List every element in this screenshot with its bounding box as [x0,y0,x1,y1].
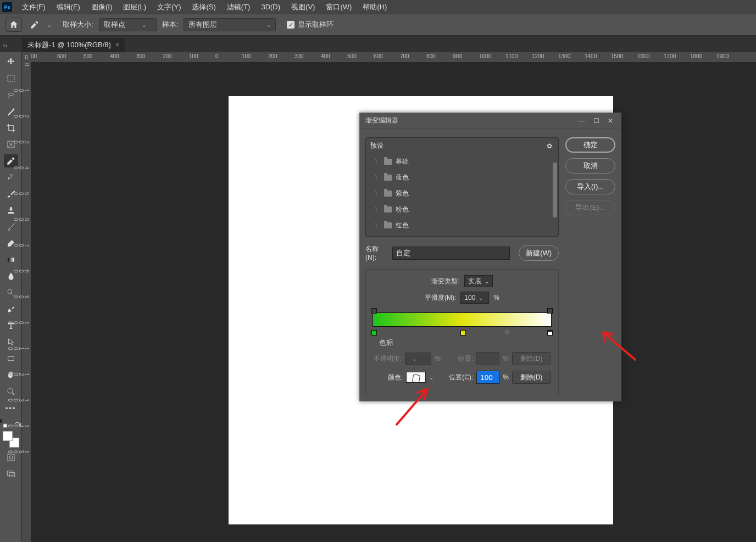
ruler-tick: 1600 [637,53,649,59]
preset-folder-label: 红色 [396,221,409,230]
eyedropper-tool[interactable] [4,154,18,167]
color-swatch-button[interactable] [406,372,426,383]
opacity-location-input [476,352,499,365]
ruler-tick-v: 100 [24,88,29,92]
gradient-preview [373,312,552,327]
ruler-tick-v: 1400 [24,423,29,428]
sample-label: 样本: [162,20,179,30]
ruler-horizontal[interactable]: 0060050040030020010001002003004005006007… [31,52,756,62]
sample-dropdown[interactable]: 所有图层⌄ [184,18,276,31]
more-tools[interactable]: ••• [4,401,18,415]
presets-scrollbar[interactable] [553,163,557,217]
crop-tool[interactable] [4,121,18,135]
ruler-vertical[interactable]: 0100200300400500600700800900100011001200… [22,62,31,542]
gradient-type-label: 渐变类型: [431,277,459,286]
chevron-right-icon: 〉 [375,190,380,198]
sample-size-dropdown[interactable]: 取样点⌄ [99,18,157,31]
svg-rect-0 [8,75,14,82]
folder-icon [384,159,392,165]
chevron-right-icon: 〉 [375,174,380,182]
preset-folder-row[interactable]: 〉紫色 [366,186,558,202]
menu-text[interactable]: 文字(Y) [152,1,186,14]
screen-mode-icon[interactable] [4,467,18,480]
name-label: 名称(N): [365,244,388,261]
new-button[interactable]: 新建(W) [519,245,559,261]
color-location-input[interactable] [476,371,499,384]
ruler-tick: 900 [453,53,462,59]
opacity-loc-pct: % [503,355,509,362]
preset-folder-row[interactable]: 〉红色 [366,217,558,233]
menu-window[interactable]: 窗口(W) [320,1,357,14]
midpoint-diamond[interactable] [505,330,509,334]
ruler-tick: 100 [242,53,251,59]
color-stop-100[interactable] [547,330,553,336]
opacity-stop-right[interactable] [547,308,553,314]
zoom-tool[interactable] [4,385,18,398]
chevron-right-icon: 〉 [375,158,380,166]
color-label: 颜色: [388,373,403,382]
color-delete-button[interactable]: 删除(D) [512,371,551,384]
color-loc-pct: % [503,373,509,381]
chevron-right-icon: 〉 [375,206,380,214]
sample-size-value: 取样点 [104,20,125,30]
close-button[interactable]: ✕ [603,114,618,128]
color-chevron[interactable]: ⌄ [429,375,433,381]
menu-3d[interactable]: 3D(D) [255,1,286,13]
ok-button[interactable]: 确定 [565,137,615,153]
maximize-button[interactable]: ☐ [589,114,603,128]
presets-gear-icon[interactable]: ✿. [547,142,554,150]
ruler-corner: 0 [22,52,31,62]
preset-folder-row[interactable]: 〉基础 [366,154,558,170]
marquee-tool[interactable] [4,72,18,85]
history-brush-tool[interactable] [4,220,18,233]
ruler-tick: 300 [136,53,146,59]
ruler-tick-v: 600 [24,217,29,221]
gradient-type-dropdown[interactable]: 实底⌄ [464,275,493,287]
menu-filter[interactable]: 滤镜(T) [221,1,256,14]
minimize-button[interactable]: — [575,114,589,128]
opacity-location-label: 位置: [458,354,473,364]
document-tab[interactable]: 未标题-1 @ 100%(RGB/8) × [22,38,125,52]
ruler-tick-v: 400 [24,165,29,170]
show-ring-checkbox[interactable]: ✓ [287,21,294,29]
color-stop-50[interactable] [460,330,466,336]
pen-tool[interactable] [4,303,18,316]
ruler-tick: 1400 [585,53,597,59]
smoothness-input[interactable]: 100⌄ [460,292,489,304]
menu-layer[interactable]: 图层(L) [118,1,152,14]
document-tab-close[interactable]: × [115,41,119,49]
home-button[interactable] [5,18,22,32]
presets-label: 预设 [370,141,383,150]
active-tool-icon[interactable] [27,18,42,31]
ruler-tick-v: 300 [24,139,29,144]
menu-select[interactable]: 选择(S) [186,1,221,14]
name-input[interactable] [392,247,510,260]
gradient-editor-strip[interactable] [371,308,553,337]
cancel-button[interactable]: 取消 [565,158,615,174]
color-swatches[interactable] [3,431,19,448]
gradient-tool[interactable] [4,253,18,266]
menu-file[interactable]: 文件(F) [16,1,51,14]
tool-chevron[interactable]: ⌄ [47,22,52,28]
menu-image[interactable]: 图像(I) [86,1,118,14]
menu-help[interactable]: 帮助(H) [357,1,392,14]
opacity-stop-left[interactable] [371,308,377,314]
eraser-tool[interactable] [4,237,18,250]
ruler-tick: 400 [321,53,330,59]
preset-folder-row[interactable]: 〉蓝色 [366,170,558,186]
frame-tool[interactable] [4,138,18,151]
foreground-color-swatch[interactable] [3,431,13,441]
ruler-tick: 700 [400,53,409,59]
clone-stamp-tool[interactable] [4,204,18,217]
presets-panel: 预设 ✿. 〉基础〉蓝色〉紫色〉粉色〉红色 [365,137,559,237]
import-button[interactable]: 导入(I)... [565,179,615,194]
menu-view[interactable]: 视图(V) [286,1,320,14]
dialog-titlebar[interactable]: 渐变编辑器 — ☐ ✕ [360,113,621,128]
menu-edit[interactable]: 编辑(E) [51,1,86,14]
move-tool[interactable] [4,55,18,69]
color-stop-0[interactable] [371,330,377,336]
expand-panels-icon[interactable]: ›› [0,38,22,52]
spot-heal-tool[interactable] [4,171,18,184]
preset-folder-row[interactable]: 〉粉色 [366,202,558,217]
rectangle-tool[interactable] [4,352,18,365]
